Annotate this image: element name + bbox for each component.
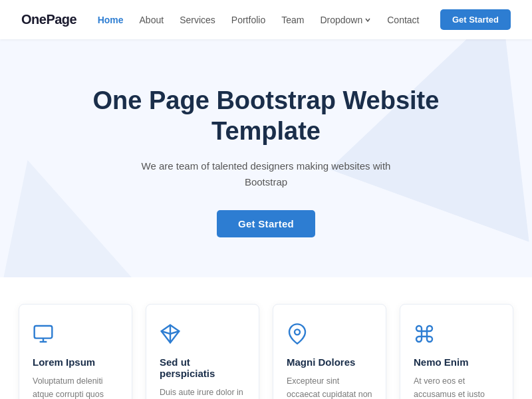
- hero-title: One Page Bootstrap Website Template: [80, 86, 452, 146]
- nav-team[interactable]: Team: [281, 15, 304, 25]
- navbar: OnePage Home About Services Portfolio Te…: [0, 0, 532, 39]
- card-3: Magni Dolores Excepteur sint occaecat cu…: [273, 304, 386, 399]
- nav-home[interactable]: Home: [98, 15, 124, 25]
- card-2-text: Duis aute irure dolor in reprehenderit i…: [160, 386, 245, 399]
- nav-portfolio[interactable]: Portfolio: [231, 15, 265, 25]
- nav-about[interactable]: About: [140, 15, 164, 25]
- nav-contact[interactable]: Contact: [387, 15, 419, 25]
- card-2-title: Sed ut perspiciatis: [160, 356, 245, 379]
- command-icon: [414, 323, 499, 347]
- card-1-title: Lorem Ipsum: [33, 356, 118, 368]
- map-pin-icon: [287, 323, 372, 347]
- hero-section: One Page Bootstrap Website Template We a…: [0, 39, 532, 277]
- cards-section: Lorem Ipsum Voluptatum deleniti atque co…: [0, 277, 532, 399]
- monitor-icon: [33, 323, 118, 347]
- nav-links: Home About Services Portfolio Team Dropd…: [98, 14, 420, 26]
- card-1: Lorem Ipsum Voluptatum deleniti atque co…: [19, 304, 132, 399]
- card-4-title: Nemo Enim: [414, 356, 499, 368]
- card-1-text: Voluptatum deleniti atque corrupti quos …: [33, 374, 118, 399]
- nav-cta-button[interactable]: Get Started: [440, 9, 511, 30]
- hero-cta-button[interactable]: Get Started: [217, 210, 315, 237]
- nav-dropdown[interactable]: Dropdown: [320, 15, 371, 25]
- brand-logo: OnePage: [21, 12, 76, 27]
- card-4-text: At vero eos et accusamus et iusto odio d…: [414, 374, 499, 399]
- hero-subtitle: We are team of talented designers making…: [140, 158, 392, 190]
- svg-rect-0: [35, 326, 53, 338]
- svg-point-5: [295, 330, 300, 335]
- card-3-title: Magni Dolores: [287, 356, 372, 368]
- nav-services[interactable]: Services: [180, 15, 215, 25]
- card-4: Nemo Enim At vero eos et accusamus et iu…: [400, 304, 513, 399]
- card-2: Sed ut perspiciatis Duis aute irure dolo…: [146, 304, 259, 399]
- card-3-text: Excepteur sint occaecat cupidatat non pr…: [287, 374, 372, 399]
- diamond-icon: [160, 323, 245, 347]
- chevron-down-icon: [364, 17, 371, 23]
